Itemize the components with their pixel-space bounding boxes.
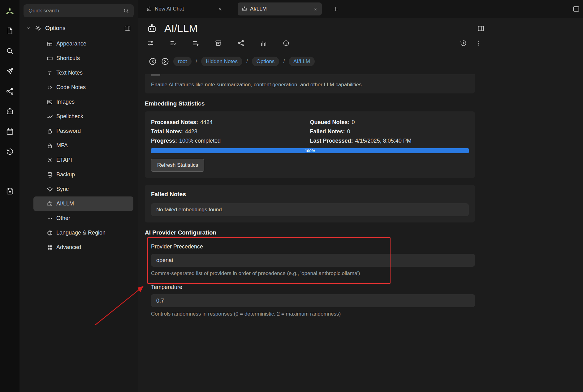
launcher-search-icon[interactable] — [6, 47, 14, 55]
note-info-icon[interactable] — [283, 40, 290, 47]
launcher-recent-changes-icon[interactable] — [6, 148, 14, 156]
tab-close-icon[interactable] — [313, 7, 318, 11]
options-tree: Appearance Shortcuts Text Notes Code Not… — [19, 37, 138, 255]
failed-notes-card: Failed Notes No failed embeddings found. — [145, 185, 475, 222]
code-icon — [47, 84, 53, 91]
provider-precedence-help: Comma-separated list of providers in ord… — [151, 270, 475, 277]
right-pane-toggle-icon[interactable] — [477, 25, 485, 32]
sidebar-item-password[interactable]: Password — [33, 124, 133, 138]
stat-value: 4424 — [200, 119, 213, 125]
stat-value: 0 — [347, 128, 350, 135]
provider-precedence-input[interactable] — [151, 254, 475, 267]
stat-value: 4423 — [185, 128, 197, 135]
sidebar-item-language-region[interactable]: Language & Region — [33, 226, 133, 240]
tree-item-label: Language & Region — [56, 230, 106, 236]
tab-close-icon[interactable] — [218, 7, 222, 11]
launcher-calendar-icon[interactable] — [6, 127, 14, 136]
window-layout-icon[interactable] — [572, 5, 580, 13]
launcher-note-map-icon[interactable] — [6, 87, 14, 95]
stat-line: Queued Notes:0 — [310, 118, 469, 127]
sidebar-item-code-notes[interactable]: Code Notes — [33, 80, 133, 95]
trilium-logo-icon[interactable] — [4, 6, 15, 17]
launcher-notes-icon[interactable] — [6, 27, 14, 35]
breadcrumb-root[interactable]: root — [173, 57, 192, 66]
quick-search[interactable] — [24, 4, 134, 17]
breadcrumb-hidden-notes[interactable]: Hidden Notes — [201, 57, 242, 66]
quick-search-input[interactable] — [28, 7, 123, 14]
refresh-statistics-button[interactable]: Refresh Statistics — [151, 159, 204, 172]
etapi-icon — [47, 157, 53, 163]
options-tree-root[interactable]: Options — [19, 21, 138, 35]
stat-line: Failed Notes:0 — [310, 127, 469, 136]
breadcrumb-options[interactable]: Options — [252, 57, 279, 66]
note-revisions-icon[interactable] — [460, 40, 467, 47]
sidebar-item-spellcheck[interactable]: Spellcheck — [33, 109, 133, 124]
breadcrumb-ai-llm[interactable]: AI/LLM — [289, 57, 315, 66]
stat-label: Processed Notes: — [151, 119, 198, 125]
note-title[interactable]: AI/LLM — [164, 22, 470, 34]
stats-left-column: Processed Notes:4424 Total Notes:4423 Pr… — [151, 118, 310, 145]
stat-line: Last Processed:4/15/2025, 8:05:40 PM — [310, 136, 469, 145]
sidebar-item-shortcuts[interactable]: Shortcuts — [33, 51, 133, 66]
launcher-bookmarks-icon[interactable] — [6, 187, 14, 195]
wifi-icon — [47, 186, 53, 192]
new-tab-button[interactable] — [332, 6, 339, 12]
note-actions-menu-icon[interactable] — [475, 40, 482, 47]
tree-item-label: AI/LLM — [56, 200, 74, 207]
basic-properties-icon[interactable] — [147, 40, 154, 47]
breadcrumb-separator: / — [283, 58, 285, 65]
sidebar-item-images[interactable]: Images — [33, 95, 133, 109]
tab-bar: New AI Chat AI/LLM — [138, 0, 583, 18]
note-paths-icon[interactable] — [237, 40, 244, 47]
launcher-jump-icon[interactable] — [6, 67, 14, 75]
owned-attributes-icon[interactable] — [170, 40, 177, 47]
temperature-field: Temperature Controls randomness in respo… — [151, 284, 475, 317]
sidebar-item-sync[interactable]: Sync — [33, 182, 133, 196]
temperature-input[interactable] — [151, 294, 475, 307]
tree-item-label: MFA — [56, 142, 68, 149]
inherited-attributes-icon[interactable] — [192, 40, 199, 47]
stat-line: Total Notes:4423 — [151, 127, 310, 136]
nav-forward-icon[interactable] — [161, 57, 169, 66]
gear-icon — [35, 25, 41, 32]
provider-precedence-field: Provider Precedence Comma-separated list… — [151, 243, 475, 277]
provider-precedence-label: Provider Precedence — [151, 243, 475, 250]
sidebar-item-backup[interactable]: Backup — [33, 167, 133, 182]
chevron-down-icon[interactable] — [26, 25, 31, 31]
stats-right-column: Queued Notes:0 Failed Notes:0 Last Proce… — [310, 118, 469, 145]
search-icon[interactable] — [123, 8, 129, 14]
sidebar-item-mfa[interactable]: MFA — [33, 138, 133, 153]
layout-icon — [47, 41, 53, 47]
tab-new-ai-chat[interactable]: New AI Chat — [142, 2, 227, 15]
keyboard-icon — [47, 55, 53, 62]
breadcrumb-separator: / — [196, 58, 197, 65]
nav-back-icon[interactable] — [149, 57, 157, 66]
sidebar-item-etapi[interactable]: ETAPI — [33, 153, 133, 167]
launcher-ai-chat-icon[interactable] — [6, 107, 14, 115]
note-type-icon[interactable] — [147, 24, 157, 33]
tree-item-label: Advanced — [56, 244, 81, 251]
tree-item-label: Spellcheck — [56, 113, 83, 120]
sidebar-item-ai-llm[interactable]: AI/LLM — [33, 196, 133, 211]
sidebar-item-appearance[interactable]: Appearance — [33, 37, 133, 51]
failed-notes-heading: Failed Notes — [151, 191, 469, 198]
note-info-stats-icon[interactable] — [260, 40, 267, 47]
sidebar-item-text-notes[interactable]: Text Notes — [33, 66, 133, 80]
dots-icon — [47, 215, 53, 222]
note-content: Enable AI features like note summarizati… — [138, 74, 490, 317]
book-properties-icon[interactable] — [215, 40, 222, 47]
robot-icon — [47, 201, 53, 207]
tree-item-label: Sync — [56, 186, 69, 192]
options-panel-icon[interactable] — [124, 25, 131, 32]
stat-label: Progress: — [151, 138, 177, 144]
options-root-label[interactable]: Options — [45, 25, 120, 32]
sidebar-item-advanced[interactable]: Advanced — [33, 240, 133, 255]
tab-ai-llm[interactable]: AI/LLM — [238, 2, 322, 15]
temperature-label: Temperature — [151, 284, 475, 291]
embedding-statistics-card: Processed Notes:4424 Total Notes:4423 Pr… — [145, 111, 475, 178]
grid-icon — [47, 244, 53, 251]
robot-icon — [146, 6, 152, 12]
lock-icon — [47, 143, 53, 149]
sidebar-item-other[interactable]: Other — [33, 211, 133, 226]
database-icon — [47, 172, 53, 178]
